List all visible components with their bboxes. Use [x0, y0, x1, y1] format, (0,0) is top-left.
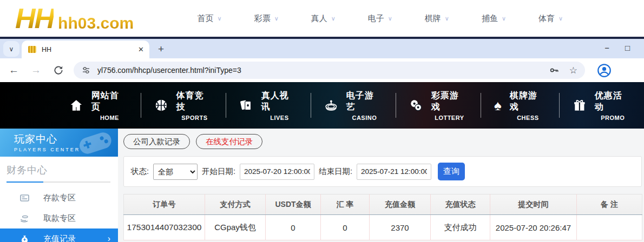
- gamenav-labels: 电子游艺 CASINO: [346, 90, 383, 121]
- bookmark-star-icon[interactable]: ☆: [569, 65, 577, 76]
- gamenav-en: LIVES: [270, 115, 288, 121]
- players-center-header: 玩家中心 PLAYERS CENTER: [0, 129, 118, 157]
- cards-icon: [239, 98, 253, 112]
- browser-tab[interactable]: HH ✕: [22, 41, 149, 58]
- gamenav-cn: 彩票游戏: [431, 90, 468, 113]
- cell-payment-method: CGpay钱包: [205, 215, 266, 240]
- address-bar[interactable]: yl756.com/hhcp/usercenter.html?iniType=3…: [74, 62, 585, 79]
- cell-usdt-amount: 0: [266, 215, 321, 240]
- col-order-no: 订单号: [124, 194, 205, 215]
- site-nav-home[interactable]: 首页 ∨: [198, 14, 222, 24]
- cell-recharge-amount: 2370: [370, 215, 431, 240]
- basketball-icon: [154, 98, 168, 112]
- gamenav-chess[interactable]: ♠ 棋牌游戏 CHESS: [481, 90, 559, 121]
- status-label: 状态:: [131, 166, 149, 177]
- record-type-tabs: 公司入款记录 在线支付记录: [123, 134, 643, 149]
- gamenav-labels: 彩票游戏 LOTTERY: [431, 90, 468, 121]
- site-nav: 首页 ∨ 彩票 ∨ 真人 ∨ 电子 ∨ 棋牌 ∨ 捕鱼 ∨: [198, 14, 563, 24]
- gamenav-home[interactable]: 网站首页 HOME: [56, 90, 141, 121]
- gamenav-en: LOTTERY: [435, 115, 464, 121]
- gamenav-labels: 棋牌游戏 CHESS: [510, 90, 546, 121]
- back-button[interactable]: ←: [9, 64, 19, 76]
- start-date-input[interactable]: [240, 164, 314, 180]
- tab-strip: ∨ HH ✕ + − □: [0, 39, 644, 58]
- browser-toolbar: ← → yl756.com/hhcp/usercenter.html?iniTy…: [0, 58, 644, 82]
- profile-avatar[interactable]: [597, 63, 612, 78]
- chevron-right-icon: ›: [108, 234, 110, 242]
- col-exchange-rate: 汇 率: [321, 194, 370, 215]
- cell-exchange-rate: 0: [321, 215, 370, 240]
- end-date-label: 结束日期:: [319, 166, 352, 177]
- company-deposit-records-button[interactable]: 公司入款记录: [123, 134, 190, 149]
- sidebar-item-withdraw[interactable]: 取款专区: [0, 208, 118, 228]
- col-recharge-status: 充值状态: [431, 194, 490, 215]
- nav-label: 真人: [311, 14, 327, 24]
- sidebar-item-label: 取款专区: [43, 213, 76, 224]
- window-controls: − □: [604, 43, 630, 53]
- site-header: HH hh03.com 首页 ∨ 彩票 ∨ 真人 ∨ 电子 ∨ 棋牌 ∨: [0, 0, 644, 37]
- gamenav-lottery[interactable]: 彩票游戏 LOTTERY: [396, 90, 481, 121]
- status-select[interactable]: 全部: [153, 164, 198, 180]
- sidebar-item-label: 存款专区: [43, 193, 76, 203]
- col-recharge-amount: 充值金额: [370, 194, 431, 215]
- content-area: 玩家中心 PLAYERS CENTER 财务中心: [0, 129, 644, 242]
- sidebar-item-deposit[interactable]: 存款专区: [0, 187, 118, 208]
- gamenav-labels: 网站首页 HOME: [91, 90, 128, 121]
- password-key-icon[interactable]: [549, 65, 560, 76]
- chevron-down-icon: ∨: [331, 15, 336, 22]
- online-payment-records-button[interactable]: 在线支付记录: [196, 134, 262, 149]
- maximize-button[interactable]: □: [625, 43, 630, 53]
- reload-button[interactable]: [53, 65, 64, 76]
- gamenav-cn: 真人视讯: [261, 90, 298, 113]
- records-table: 订单号 支付方式 USDT金额 汇 率 充值金额 充值状态 提交时间 备 注 1…: [123, 194, 642, 240]
- table-header-row: 订单号 支付方式 USDT金额 汇 率 充值金额 充值状态 提交时间 备 注: [124, 194, 642, 215]
- chevron-down-icon: ∨: [388, 15, 392, 22]
- gamenav-cn: 网站首页: [91, 90, 128, 113]
- site-nav-slots[interactable]: 电子 ∨: [368, 14, 392, 24]
- col-usdt-amount: USDT金额: [266, 194, 321, 215]
- col-payment-method: 支付方式: [205, 194, 266, 215]
- nav-label: 彩票: [254, 14, 271, 24]
- logo-domain-text: hh03.com: [58, 13, 134, 33]
- site-nav-lottery[interactable]: 彩票 ∨: [254, 14, 279, 24]
- site-nav-sports[interactable]: 体育 ∨: [538, 14, 563, 24]
- section-underline: [6, 182, 110, 183]
- cell-submit-time: 2025-07-20 20:26:47: [490, 215, 577, 240]
- gamenav-promo[interactable]: 优惠活动 PROMO: [560, 90, 644, 121]
- gamenav-sports[interactable]: 体育竞技 SPORTS: [141, 90, 226, 121]
- forward-button[interactable]: →: [31, 64, 41, 76]
- gamenav-casino[interactable]: 电子游艺 CASINO: [311, 90, 396, 121]
- gamenav-cn: 棋牌游戏: [510, 90, 546, 113]
- site-nav-fishing[interactable]: 捕鱼 ∨: [482, 14, 506, 24]
- end-date-input[interactable]: [357, 164, 431, 180]
- gamenav-lives[interactable]: 真人视讯 LIVES: [226, 90, 311, 121]
- chevron-down-icon: ∨: [445, 15, 449, 22]
- deposit-card-icon: [19, 193, 30, 203]
- finance-section: 财务中心: [0, 157, 118, 183]
- site-nav-chess[interactable]: 棋牌 ∨: [425, 14, 449, 24]
- tab-close-icon[interactable]: ✕: [138, 45, 144, 53]
- table-row: 1753014407032300 CGpay钱包 0 0 2370 支付成功 2…: [124, 215, 642, 240]
- avatar-icon: [597, 63, 612, 78]
- nav-label: 首页: [198, 14, 214, 24]
- minimize-button[interactable]: −: [604, 43, 609, 53]
- sidebar-item-label: 充值记录: [43, 234, 76, 242]
- chevron-down-icon: ∨: [218, 15, 222, 22]
- gamenav-en: SPORTS: [181, 115, 207, 121]
- tab-search-button[interactable]: ∨: [3, 41, 19, 57]
- sidebar-item-recharge-records[interactable]: 充值记录 ›: [0, 228, 118, 242]
- page: HH hh03.com 首页 ∨ 彩票 ∨ 真人 ∨ 电子 ∨ 棋牌 ∨: [0, 0, 644, 242]
- new-tab-button[interactable]: +: [158, 43, 164, 55]
- gamenav-en: CHESS: [517, 115, 538, 121]
- site-logo[interactable]: HH hh03.com: [15, 3, 134, 33]
- gamenav-labels: 优惠活动 PROMO: [595, 90, 631, 121]
- gamenav-labels: 体育竞技 SPORTS: [176, 90, 213, 121]
- nav-label: 体育: [538, 14, 555, 24]
- finance-section-title: 财务中心: [6, 164, 110, 177]
- gamenav-en: PROMO: [601, 115, 625, 121]
- query-button[interactable]: 查询: [438, 163, 465, 180]
- site-nav-live[interactable]: 真人 ∨: [311, 14, 336, 24]
- gamenav-cn: 体育竞技: [176, 90, 213, 113]
- col-submit-time: 提交时间: [490, 194, 577, 215]
- site-info-icon[interactable]: [81, 65, 91, 75]
